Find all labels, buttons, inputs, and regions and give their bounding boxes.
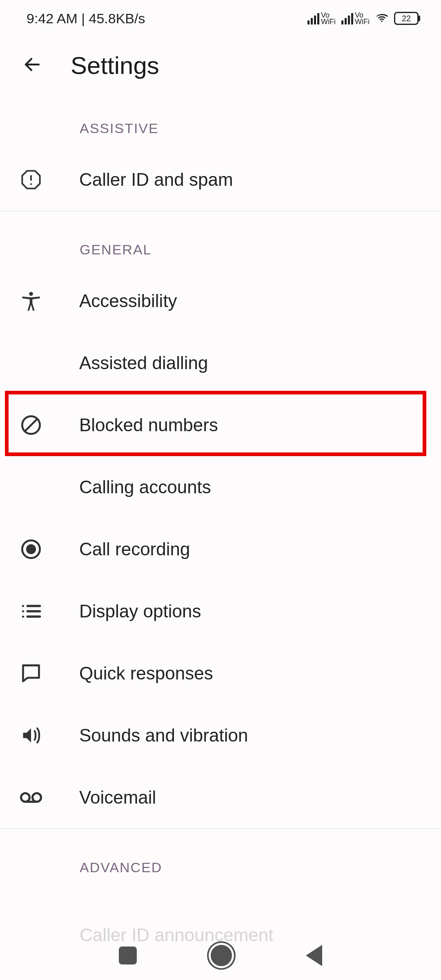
svg-point-14: [21, 793, 30, 802]
status-time-network: 9:42 AM | 45.8KB/s: [27, 11, 145, 27]
section-header-advanced: ADVANCED: [0, 829, 441, 888]
svg-point-15: [33, 793, 41, 802]
status-icons: Vo WiFi Vo WiFi 22: [307, 12, 419, 25]
accessibility-icon: [20, 290, 42, 312]
svg-point-12: [22, 615, 24, 617]
wifi-icon: [375, 13, 388, 24]
svg-point-7: [27, 545, 35, 553]
row-label: Blocked numbers: [79, 415, 218, 435]
row-label: Voicemail: [79, 787, 156, 808]
app-bar: Settings: [0, 37, 441, 94]
row-assisted-dialling[interactable]: Assisted dialling: [0, 332, 441, 394]
arrow-back-icon: [22, 55, 42, 74]
signal-sim2: Vo WiFi: [341, 12, 370, 25]
row-label: Calling accounts: [79, 477, 211, 497]
signal-bars-icon: [341, 12, 353, 24]
spam-alert-icon: [20, 168, 42, 191]
row-label: Caller ID and spam: [79, 169, 233, 190]
row-label: Call recording: [79, 539, 190, 559]
svg-point-8: [22, 605, 24, 607]
voicemail-icon: [20, 786, 42, 809]
signal-bars-icon: [307, 12, 319, 24]
row-quick-responses[interactable]: Quick responses: [0, 642, 441, 704]
volume-icon: [20, 724, 42, 747]
nav-back-button[interactable]: [306, 945, 322, 966]
battery-icon: 22: [394, 12, 419, 25]
row-blocked-numbers[interactable]: Blocked numbers: [0, 394, 441, 456]
record-icon: [20, 538, 42, 561]
svg-point-3: [29, 292, 33, 296]
row-caller-id-spam[interactable]: Caller ID and spam: [0, 149, 441, 211]
svg-point-10: [22, 610, 24, 612]
list-icon: [20, 600, 42, 623]
nav-home-button[interactable]: [211, 945, 232, 966]
vowifi-label: Vo WiFi: [355, 12, 370, 25]
battery-percent: 22: [402, 14, 411, 23]
row-call-recording[interactable]: Call recording: [0, 518, 441, 580]
row-voicemail[interactable]: Voicemail: [0, 766, 441, 829]
section-header-general: GENERAL: [0, 211, 441, 270]
block-icon: [20, 414, 42, 437]
section-header-assistive: ASSISTIVE: [0, 94, 441, 149]
row-calling-accounts[interactable]: Calling accounts: [0, 456, 441, 518]
row-label: Sounds and vibration: [79, 725, 248, 746]
row-label: Accessibility: [79, 291, 177, 311]
nav-recent-button[interactable]: [119, 947, 137, 964]
status-bar: 9:42 AM | 45.8KB/s Vo WiFi Vo WiFi 22: [0, 0, 441, 37]
row-sounds-vibration[interactable]: Sounds and vibration: [0, 704, 441, 766]
back-button[interactable]: [18, 51, 46, 80]
row-display-options[interactable]: Display options: [0, 580, 441, 642]
vowifi-label: Vo WiFi: [321, 12, 336, 25]
row-label: Display options: [79, 601, 201, 621]
row-accessibility[interactable]: Accessibility: [0, 270, 441, 332]
svg-line-5: [25, 419, 37, 431]
svg-point-2: [30, 183, 32, 185]
signal-sim1: Vo WiFi: [307, 12, 336, 25]
page-title: Settings: [71, 51, 159, 80]
row-label: Assisted dialling: [79, 353, 208, 373]
chat-icon: [20, 662, 42, 685]
row-label: Quick responses: [79, 663, 213, 684]
navigation-bar: [0, 931, 441, 980]
